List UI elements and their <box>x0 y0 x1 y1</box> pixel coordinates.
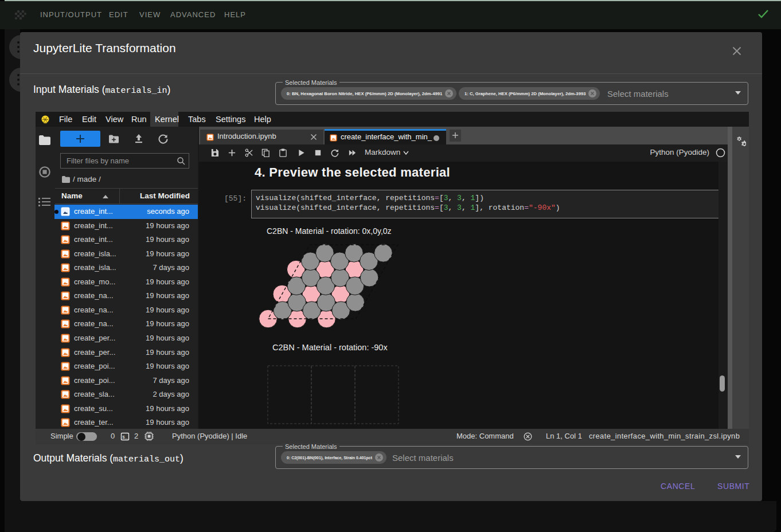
svg-text:$_: $_ <box>122 435 128 440</box>
